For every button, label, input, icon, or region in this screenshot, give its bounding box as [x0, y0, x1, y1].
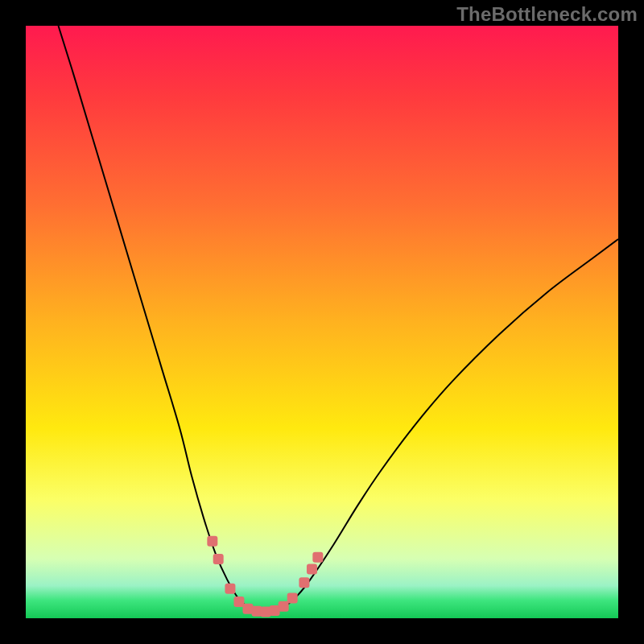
highlight-marker	[213, 554, 224, 564]
highlight-marker	[207, 536, 217, 547]
highlight-marker	[225, 584, 235, 594]
chart-background	[26, 26, 618, 618]
chart-plot-area	[26, 26, 618, 618]
highlight-marker	[279, 601, 289, 612]
highlight-marker	[312, 552, 323, 563]
highlight-marker	[287, 592, 298, 603]
highlight-marker	[307, 564, 317, 574]
watermark-text: TheBottleneck.com	[456, 3, 638, 26]
chart-svg	[26, 26, 618, 618]
highlight-marker	[233, 597, 244, 607]
chart-frame: TheBottleneck.com	[0, 0, 644, 644]
highlight-marker	[299, 577, 309, 588]
